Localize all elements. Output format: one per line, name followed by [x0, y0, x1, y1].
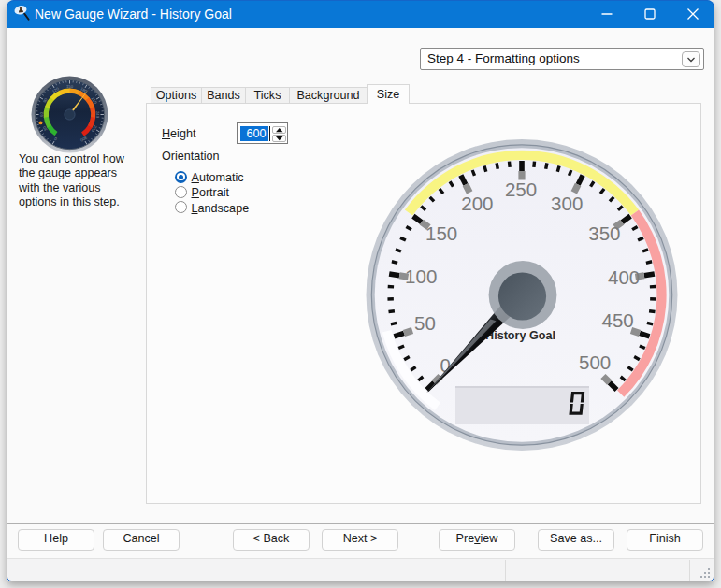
svg-text:350: 350 [588, 222, 620, 244]
svg-text:60: 60 [39, 112, 44, 117]
svg-text:300: 300 [551, 193, 583, 214]
svg-text:240: 240 [95, 111, 100, 119]
svg-text:History Goal: History Goal [485, 329, 555, 342]
svg-text:400: 400 [608, 266, 640, 288]
svg-text:150: 150 [66, 84, 74, 89]
svg-text:50: 50 [414, 312, 436, 334]
svg-text:450: 450 [601, 309, 633, 331]
svg-text:100: 100 [405, 265, 437, 287]
svg-text:250: 250 [505, 179, 537, 200]
svg-text:500: 500 [579, 351, 611, 373]
svg-text:150: 150 [425, 222, 457, 244]
svg-text:200: 200 [461, 193, 493, 214]
